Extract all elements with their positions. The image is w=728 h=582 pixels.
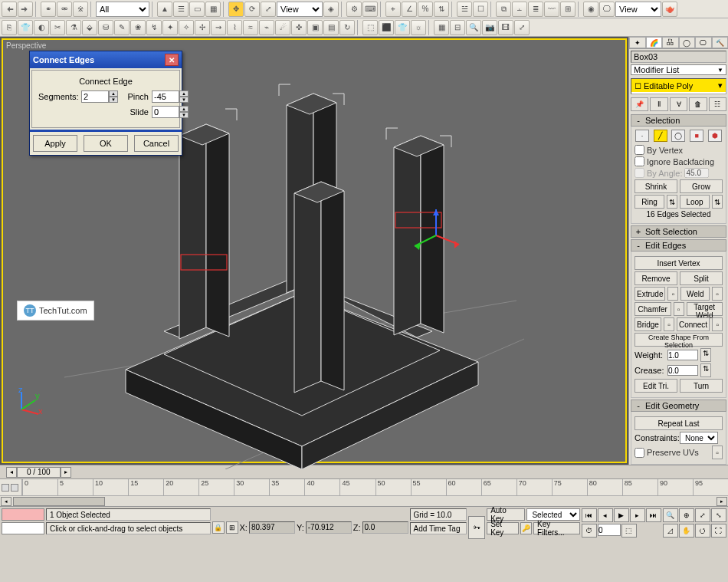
modify-tab-icon[interactable]: 🌈 [646,37,663,48]
undo-icon[interactable] [2,2,17,17]
tool-y-icon[interactable]: ▦ [434,20,449,35]
tool-u-icon[interactable]: ⬚ [362,20,378,35]
ring-button[interactable]: Ring [635,195,664,209]
zoom-viewport-icon[interactable]: 🔍 [663,508,678,522]
edge-subobj-icon[interactable]: ╱ [654,130,667,142]
make-unique-icon[interactable]: ∀ [670,97,687,111]
create-shape-button[interactable]: Create Shape From Selection [635,333,723,347]
keymode-dropdown[interactable]: Selected [526,508,580,521]
maxtoggle-icon[interactable]: ⛶ [711,524,726,538]
lock-selection-icon[interactable]: 🔒 [212,521,225,534]
weight-spinner[interactable]: ⇅ [700,348,711,362]
timeslider-handle[interactable]: 0 / 100 [17,467,61,478]
bridge-settings-icon[interactable]: ▫ [664,317,674,331]
track-ruler[interactable]: 0510152025303540455055606570758085909510… [21,479,728,495]
select-window-crossing-icon[interactable]: ▦ [205,2,221,17]
scale-icon[interactable]: ⤢ [261,2,276,17]
add-time-tag[interactable]: Add Time Tag [410,522,467,534]
spinner-snap-icon[interactable]: ⇅ [434,2,449,17]
segments-field[interactable] [81,90,109,103]
tool-f-icon[interactable]: ✎ [114,20,130,35]
scroll-right-icon[interactable]: ▸ [717,497,727,506]
pan-icon[interactable]: ✋ [679,524,694,538]
tool-j-icon[interactable]: ✧ [179,20,194,35]
zoom-icon[interactable]: 🔍 [466,20,481,35]
remove-modifier-icon[interactable]: 🗑 [689,97,707,111]
extrude-button[interactable]: Extrude [635,287,665,301]
segments-down-icon[interactable]: ▼ [109,97,118,103]
tool-d-icon[interactable]: ⬙ [82,20,97,35]
show-end-result-icon[interactable]: Ⅱ [650,97,667,111]
weight-field[interactable] [667,350,698,360]
reference-coord-dropdown[interactable]: View [277,2,323,17]
rollout-editedges-header[interactable]: -Edit Edges [631,239,726,252]
split-button[interactable]: Split [680,271,723,285]
goto-start-icon[interactable]: ⏮ [582,508,597,522]
timeslider-prev-icon[interactable]: ◂ [6,467,17,478]
ok-button[interactable]: OK [84,135,128,152]
weld-settings-icon[interactable]: ▫ [712,287,723,301]
rollout-selection-header[interactable]: -Selection [631,114,726,127]
film-icon[interactable]: 🎞 [498,20,513,35]
horizontal-scrollbar[interactable]: ◂ ▸ [0,495,728,506]
tool-w-icon[interactable]: 👕 [395,20,410,35]
tool-t-icon[interactable]: ↻ [339,20,355,35]
pinch-field[interactable] [152,90,179,103]
shrink-button[interactable]: Shrink [635,179,677,193]
tool-s-icon[interactable]: ▤ [323,20,339,35]
curve-editor-icon[interactable]: 〰 [544,2,559,17]
selection-lock-icon[interactable]: ☐ [473,2,488,17]
autokey-button[interactable]: Auto Key [487,508,525,521]
prev-frame-icon[interactable]: ◂ [598,508,613,522]
configure-sets-icon[interactable]: ☷ [709,97,726,111]
tool-l-icon[interactable]: ⇝ [211,20,226,35]
time-config-icon[interactable]: ⏱ [582,524,597,538]
hold-icon[interactable]: ⎘ [2,20,17,35]
slide-field[interactable] [152,106,179,118]
current-frame-field[interactable] [598,524,621,536]
bridge-button[interactable]: Bridge [635,317,661,331]
tool-q-icon[interactable]: ✜ [291,20,307,35]
tool-r-icon[interactable]: ▣ [307,20,323,35]
remove-button[interactable]: Remove [635,271,677,285]
play-icon[interactable]: ▶ [614,508,629,522]
preserve-uvs-checkbox[interactable]: Preserve UVs▫ [635,446,723,459]
rotate-icon[interactable]: ⟳ [244,2,260,17]
layers-icon[interactable]: ≣ [528,2,543,17]
repeat-last-button[interactable]: Repeat Last [635,416,723,430]
material-editor-icon[interactable]: ◉ [583,2,598,17]
tool-b-icon[interactable]: ✂ [50,20,65,35]
constraints-dropdown[interactable]: None [680,432,718,444]
key-step-icon[interactable]: ⬚ [621,524,637,538]
keyboard-shortcut-icon[interactable]: ⌨ [362,2,378,17]
setkey-button[interactable]: Set Key [487,522,519,534]
tool-z-icon[interactable]: ⊟ [450,20,465,35]
tool-h-icon[interactable]: ↯ [146,20,162,35]
edit-tri-button[interactable]: Edit Tri. [635,379,677,393]
coord-x-field[interactable]: 80.397 [249,521,295,534]
grow-button[interactable]: Grow [680,179,723,193]
tool-g-icon[interactable]: ❀ [130,20,146,35]
transform-typein-mode-icon[interactable]: ⊞ [226,521,238,534]
vertex-subobj-icon[interactable]: · [635,130,649,142]
expand-icon[interactable]: ⤢ [514,20,530,35]
macro-recorder-icon[interactable] [2,522,44,534]
segments-up-icon[interactable]: ▲ [109,90,118,97]
zoom-extents-icon[interactable]: ⤢ [695,508,710,522]
slide-up-icon[interactable]: ▲ [179,106,189,112]
link-icon[interactable]: ⚭ [41,2,56,17]
stack-item-editable-poly[interactable]: ◻ Editable Poly ▾ [631,79,726,92]
pinch-down-icon[interactable]: ▼ [179,97,189,103]
tool-c-icon[interactable]: ⚗ [66,20,81,35]
selection-filter-dropdown[interactable]: All [96,2,149,17]
dialog-titlebar[interactable]: Connect Edges ✕ [30,51,182,68]
weld-button[interactable]: Weld [680,287,710,301]
keyfilters-button[interactable]: Key Filters... [533,522,580,534]
extrude-settings-icon[interactable]: ▫ [667,287,678,301]
chamfer-settings-icon[interactable]: ▫ [674,302,684,316]
loop-spinner[interactable]: ⇅ [712,195,723,209]
quick-render-icon[interactable]: 🫖 [662,2,677,17]
fetch-icon[interactable]: 👕 [18,20,33,35]
tool-x-icon[interactable]: ☼ [411,20,426,35]
ignore-backfacing-checkbox[interactable]: Ignore Backfacing [635,156,723,166]
